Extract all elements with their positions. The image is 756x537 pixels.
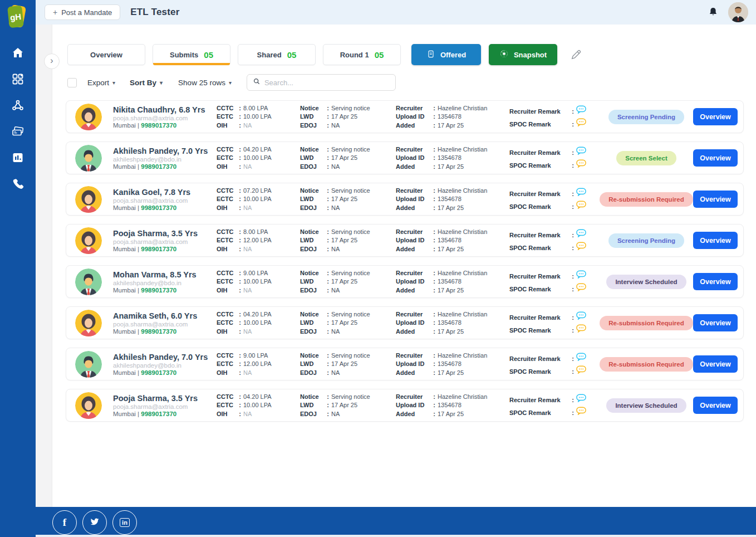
candidate-row[interactable]: Pooja Sharma, 3.5 Yrs pooja.sharma@axtri… <box>66 224 744 257</box>
female-avatar-icon <box>75 186 102 213</box>
sidebar-item-reports[interactable] <box>11 152 25 166</box>
candidate-phone[interactable]: 9989017370 <box>141 246 176 252</box>
sidebar-item-apps[interactable] <box>11 73 25 87</box>
overview-button[interactable]: Overview <box>693 108 738 125</box>
edit-pencil-icon[interactable] <box>570 48 582 61</box>
candidate-phone[interactable]: 9989017370 <box>141 204 176 211</box>
spoc-remark-chat-icon[interactable] <box>576 324 588 333</box>
offered-button[interactable]: Offered <box>411 44 481 65</box>
spoc-remark-chat-icon[interactable] <box>576 242 588 250</box>
overview-button[interactable]: Overview <box>693 273 738 290</box>
recruiter-remark-chat-icon[interactable] <box>576 311 588 320</box>
snapshot-button[interactable]: Snapshot <box>489 44 557 65</box>
colon: : <box>325 352 331 360</box>
overview-button[interactable]: Overview <box>693 149 738 167</box>
candidate-row[interactable]: Akhilesh Pandey, 7.0 Yrs akhileshpandey@… <box>66 141 744 174</box>
twitter-button[interactable] <box>82 510 107 535</box>
colon: : <box>325 121 331 130</box>
expand-panel-button[interactable]: › <box>44 53 60 69</box>
status-badge: Re-submission Required <box>600 192 693 207</box>
tab-shared[interactable]: Shared 05 <box>238 44 316 65</box>
upload-id-label: Upload ID <box>396 319 431 327</box>
notifications-bell-icon[interactable] <box>707 6 719 18</box>
linkedin-button[interactable]: in <box>112 510 137 535</box>
colon: : <box>237 187 243 195</box>
colon: : <box>431 145 438 154</box>
spoc-remark-chat-icon[interactable] <box>576 201 588 209</box>
lwd-label: LWD <box>300 113 325 121</box>
colon: : <box>325 310 331 319</box>
edoj-value: NA <box>331 204 396 212</box>
candidate-location-line: Mumbai | 9989017370 <box>113 163 217 170</box>
app-logo[interactable]: gH <box>8 4 28 30</box>
sidebar: gH ? <box>0 0 36 537</box>
candidate-row[interactable]: Kanika Goel, 7.8 Yrs pooja.sharma@axtria… <box>66 183 744 216</box>
edoj-label: EDOJ <box>300 286 325 295</box>
export-dropdown[interactable]: Export ▾ <box>87 79 115 87</box>
show-rows-dropdown[interactable]: Show 25 rows ▾ <box>178 79 232 87</box>
sort-by-label: Sort By <box>130 79 156 87</box>
overview-button[interactable]: Overview <box>693 191 738 208</box>
recruiter-remark-chat-icon[interactable] <box>576 353 588 361</box>
overview-button[interactable]: Overview <box>693 397 738 414</box>
tab-label: Shared <box>257 51 282 59</box>
recruiter-remark-chat-icon[interactable] <box>576 147 588 155</box>
sidebar-item-home[interactable] <box>11 47 25 61</box>
notice-value: Serving notice <box>331 145 396 154</box>
candidate-identity: Anamika Seth, 6.0 Yrs pooja.sharma@axtri… <box>113 311 217 335</box>
spoc-remark-chat-icon[interactable] <box>576 365 588 374</box>
recruiter-remark-chat-icon[interactable] <box>576 105 588 114</box>
ectc-label: ECTC <box>217 360 237 368</box>
upload-id-value: 1354678 <box>438 154 509 162</box>
sidebar-item-calls[interactable] <box>11 178 25 192</box>
oih-label: OIH <box>217 328 237 336</box>
candidate-phone[interactable]: 9989017370 <box>141 163 176 170</box>
notice-label: Notice <box>300 269 325 277</box>
spoc-remark-chat-icon[interactable] <box>576 159 588 168</box>
spoc-remark-chat-icon[interactable] <box>576 407 588 415</box>
candidate-phone[interactable]: 9989017370 <box>141 369 176 376</box>
candidate-row[interactable]: Pooja Sharma, 3.5 Yrs pooja.sharma@axtri… <box>66 389 744 422</box>
post-mandate-button[interactable]: + Post a Mandate <box>45 4 120 20</box>
candidate-phone[interactable]: 9989017370 <box>141 411 176 417</box>
search-input[interactable] <box>264 79 390 87</box>
recruiter-remark-chat-icon[interactable] <box>576 270 588 279</box>
facebook-button[interactable]: f <box>52 510 77 535</box>
candidate-location-line: Mumbai | 9989017370 <box>113 369 217 376</box>
ectc-value: 12.00 LPA <box>243 236 300 245</box>
user-avatar[interactable] <box>728 2 748 22</box>
candidate-avatar <box>75 227 102 254</box>
spoc-remark-chat-icon[interactable] <box>576 118 588 126</box>
sidebar-item-network[interactable] <box>11 99 25 114</box>
recruiter-remark-chat-icon[interactable] <box>576 394 588 402</box>
overview-button[interactable]: Overview <box>693 232 738 249</box>
candidate-row[interactable]: Nikita Chaudhry, 6.8 Yrs pooja.sharma@ax… <box>66 100 744 133</box>
candidate-name: Nikita Chaudhry, 6.8 Yrs <box>113 105 217 114</box>
tab-round1[interactable]: Round 1 05 <box>323 44 401 65</box>
select-all-checkbox[interactable] <box>67 78 77 87</box>
candidate-phone[interactable]: 9989017370 <box>141 328 176 335</box>
candidate-row[interactable]: Mohan Varma, 8.5 Yrs akhileshpandey@bdo.… <box>66 265 744 298</box>
candidate-row[interactable]: Anamika Seth, 6.0 Yrs pooja.sharma@axtri… <box>66 306 744 339</box>
colon: : <box>325 163 331 171</box>
candidate-phone[interactable]: 9989017370 <box>141 122 176 129</box>
tab-submits[interactable]: Submits 05 <box>153 44 230 65</box>
spoc-remark-chat-icon[interactable] <box>576 283 588 291</box>
colon: : <box>237 245 243 253</box>
overview-cell: Overview <box>693 355 738 373</box>
recruiter-remark-chat-icon[interactable] <box>576 188 588 196</box>
sort-by-dropdown[interactable]: Sort By ▾ <box>130 79 163 87</box>
candidate-identity: Pooja Sharma, 3.5 Yrs pooja.sharma@axtri… <box>113 394 217 417</box>
recruiter-remark-chat-icon[interactable] <box>576 229 588 237</box>
candidate-identity: Nikita Chaudhry, 6.8 Yrs pooja.sharma@ax… <box>113 105 217 129</box>
candidate-phone[interactable]: 9989017370 <box>141 287 176 294</box>
candidate-city: Mumbai <box>113 328 136 335</box>
overview-button[interactable]: Overview <box>693 314 738 331</box>
sidebar-item-cards[interactable] <box>11 125 25 140</box>
spoc-remark-label: SPOC Remark <box>509 285 570 294</box>
tab-overview[interactable]: Overview <box>67 44 145 65</box>
candidate-row[interactable]: Akhilesh Pandey, 7.0 Yrs akhileshpandey@… <box>66 348 744 380</box>
compensation-block: CCTC:04.20 LPA ECTC:10.00 LPA OIH:NA <box>217 393 300 418</box>
overview-button[interactable]: Overview <box>693 355 738 373</box>
ectc-label: ECTC <box>217 319 237 327</box>
